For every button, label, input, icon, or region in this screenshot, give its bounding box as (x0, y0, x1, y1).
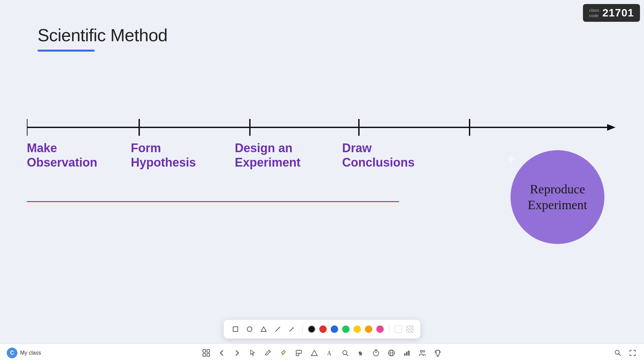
class-code-label: class code (589, 8, 599, 18)
class-code-badge: class code 21701 (583, 4, 640, 22)
svg-line-39 (619, 354, 621, 356)
timeline-label-1: MakeObservation (27, 141, 97, 170)
toolbar-left: C My class (7, 348, 41, 358)
timeline-svg (27, 114, 617, 141)
canvas-area[interactable]: Scientific Method MakeObservation FormHy… (0, 0, 644, 344)
search-icon[interactable] (613, 348, 623, 358)
timer-icon[interactable] (371, 348, 381, 358)
svg-rect-33 (408, 351, 410, 356)
class-code-number: 21701 (602, 7, 634, 19)
shape-icon[interactable] (310, 348, 319, 358)
red-underline (27, 201, 399, 202)
trophy-icon[interactable] (433, 348, 442, 358)
svg-rect-31 (404, 353, 406, 356)
bottom-toolbar: C My class (0, 344, 644, 362)
svg-point-38 (615, 350, 619, 354)
svg-rect-19 (296, 353, 299, 356)
svg-rect-16 (207, 354, 210, 356)
svg-point-23 (343, 351, 347, 355)
svg-marker-9 (261, 327, 266, 331)
globe-icon[interactable] (387, 348, 396, 358)
svg-marker-21 (311, 350, 317, 356)
color-black[interactable] (308, 325, 315, 333)
slide-title: Scientific Method (38, 25, 167, 45)
svg-text:A: A (327, 350, 331, 357)
svg-rect-32 (406, 352, 408, 356)
color-blue[interactable] (331, 325, 338, 333)
forward-icon[interactable] (232, 348, 242, 358)
title-underline (38, 50, 95, 52)
shape-triangle-tool[interactable] (259, 324, 269, 334)
toolbar-divider-1 (302, 324, 303, 334)
svg-line-24 (346, 354, 348, 356)
shape-circle-tool[interactable] (245, 324, 255, 334)
fullscreen-icon[interactable] (628, 348, 637, 358)
svg-rect-15 (203, 354, 206, 356)
color-yellow[interactable] (354, 325, 361, 333)
svg-rect-14 (207, 350, 210, 352)
back-icon[interactable] (217, 348, 226, 358)
arrow-tool[interactable] (287, 324, 297, 334)
toolbar-right (613, 348, 637, 358)
svg-rect-7 (233, 327, 238, 331)
svg-point-35 (423, 351, 425, 352)
move-cursor-icon: ✛ (508, 155, 514, 164)
svg-marker-1 (607, 124, 615, 131)
line-tool[interactable] (273, 324, 283, 334)
timeline-label-2: FormHypothesis (131, 141, 196, 170)
svg-point-34 (420, 350, 422, 352)
drawing-toolbar (224, 320, 420, 339)
svg-line-10 (275, 327, 280, 331)
color-pink[interactable] (376, 325, 384, 333)
svg-rect-20 (296, 350, 302, 353)
timeline-label-3: Design anExperiment (235, 141, 301, 170)
pen-icon[interactable] (263, 348, 273, 358)
people-icon[interactable] (418, 348, 427, 358)
chart-icon[interactable] (402, 348, 412, 358)
pointer-icon[interactable] (248, 348, 257, 358)
timeline: MakeObservation FormHypothesis Design an… (27, 114, 617, 154)
toolbar-divider-2 (389, 324, 389, 334)
text-icon[interactable]: A (325, 348, 334, 358)
color-green[interactable] (342, 325, 350, 333)
color-red[interactable] (319, 325, 327, 333)
class-label: My class (20, 350, 41, 356)
svg-rect-13 (203, 350, 206, 352)
svg-rect-18 (281, 350, 285, 354)
zoom-icon[interactable] (340, 348, 350, 358)
app-logo[interactable]: C (7, 348, 17, 358)
color-orange[interactable] (365, 325, 372, 333)
shape-square-tool[interactable] (230, 324, 240, 334)
reproduce-circle[interactable]: ReproduceExperiment (511, 150, 604, 244)
highlighter-icon[interactable] (279, 348, 288, 358)
swatch-white[interactable] (395, 325, 402, 333)
timeline-label-4: DrawConclusions (342, 141, 415, 170)
eraser-icon[interactable] (294, 348, 304, 358)
svg-point-8 (247, 327, 252, 331)
apps-icon[interactable] (202, 348, 211, 358)
swatch-hatched[interactable] (406, 325, 414, 333)
hand-icon[interactable] (356, 348, 365, 358)
svg-line-17 (269, 350, 270, 352)
reproduce-circle-text: ReproduceExperiment (524, 178, 590, 217)
toolbar-center: A (202, 348, 442, 358)
